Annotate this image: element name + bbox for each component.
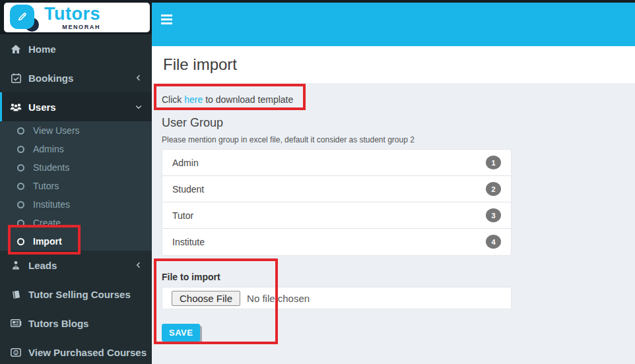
home-icon <box>9 44 22 54</box>
user-group-list: Admin 1 Student 2 Tutor 3 Institute 4 <box>162 149 512 256</box>
leads-icon <box>9 260 22 270</box>
group-name: Institute <box>172 237 205 247</box>
sidebar-subitem-admins[interactable]: Admins <box>0 140 152 158</box>
sidebar-item-label: Home <box>28 44 56 55</box>
list-item-institute: Institute 4 <box>162 229 511 255</box>
sidebar-subitem-label: Tutors <box>33 181 59 191</box>
sidebar-item-label: Bookings <box>28 73 73 84</box>
group-name: Tutor <box>172 210 193 221</box>
pencil-icon <box>10 5 34 29</box>
file-status-text: No file chosen <box>247 293 310 304</box>
sidebar-subitem-label: Students <box>33 162 69 173</box>
circle-icon <box>17 201 24 208</box>
sidebar-subitem-students[interactable]: Students <box>0 158 152 177</box>
brand-logo[interactable]: Tutors MENORAH <box>4 3 150 32</box>
sidebar-item-label: Tutor Selling Courses <box>28 289 131 300</box>
svg-text:1: 1 <box>15 350 17 354</box>
sidebar-item-label: Users <box>28 102 56 113</box>
circle-icon <box>17 183 24 190</box>
calendar-icon <box>9 73 22 83</box>
hint-text-pre: Click <box>162 94 184 105</box>
chevron-left-icon <box>135 74 143 82</box>
app-window: Tutors MENORAH Home <box>0 0 635 364</box>
newspaper-icon <box>9 318 22 328</box>
list-item-student: Student 2 <box>162 176 511 202</box>
group-name: Admin <box>172 158 199 168</box>
list-item-tutor: Tutor 3 <box>162 202 511 229</box>
sidebar-subitem-view-users[interactable]: View Users <box>0 121 152 140</box>
sidebar-item-label: Leads <box>28 260 57 271</box>
hamburger-menu-icon[interactable] <box>161 15 172 26</box>
sidebar-item-label: Tutors Blogs <box>28 318 88 329</box>
group-badge: 1 <box>486 156 501 169</box>
sidebar-item-tutors-blogs[interactable]: Tutors Blogs <box>0 309 152 338</box>
sidebar-item-leads[interactable]: Leads <box>0 251 152 280</box>
circle-icon <box>17 220 24 227</box>
sidebar-subitem-import[interactable]: Import <box>0 232 152 251</box>
download-template-hint: Click here to download template <box>162 94 625 105</box>
group-badge: 2 <box>486 182 501 196</box>
sidebar-subitem-label: Admins <box>33 144 64 154</box>
users-icon <box>9 102 22 112</box>
circle-icon <box>17 127 24 135</box>
main-area: File import Click here to download templ… <box>152 0 635 364</box>
sidebar-item-bookings[interactable]: Bookings <box>0 63 152 92</box>
circle-icon <box>17 164 24 171</box>
top-navbar <box>152 3 635 46</box>
sidebar: Tutors MENORAH Home <box>0 0 152 364</box>
file-to-import-label: File to import <box>162 272 625 282</box>
list-item-admin: Admin 1 <box>162 150 511 176</box>
sidebar-item-view-purchased-courses[interactable]: 1 View Purchased Courses <box>0 338 152 364</box>
download-template-link[interactable]: here <box>184 94 203 105</box>
book-icon <box>9 289 22 299</box>
group-badge: 4 <box>486 235 501 249</box>
page-content: Click here to download template User Gro… <box>152 83 635 364</box>
sidebar-subitem-label: Import <box>33 236 62 247</box>
top-border-strip <box>0 0 635 3</box>
circle-icon <box>17 238 24 245</box>
sidebar-subitem-label: Create <box>33 218 61 228</box>
group-badge: 3 <box>486 208 501 222</box>
sidebar-item-home[interactable]: Home <box>0 34 152 63</box>
file-input[interactable]: Choose File No file chosen <box>162 287 512 309</box>
sidebar-nav: Home Bookings <box>0 34 152 364</box>
chevron-down-icon <box>135 103 143 111</box>
page-header: File import <box>152 46 635 83</box>
users-submenu: View Users Admins Students Tutors Instit… <box>0 121 152 251</box>
user-group-title: User Group <box>162 116 625 130</box>
save-button[interactable]: SAVE <box>162 324 200 342</box>
sidebar-subitem-label: View Users <box>33 125 80 136</box>
sidebar-subitem-tutors[interactable]: Tutors <box>0 177 152 195</box>
brand-logo-mark <box>10 4 42 32</box>
purchased-courses-icon: 1 <box>9 348 22 357</box>
page-title: File import <box>152 55 237 74</box>
sidebar-subitem-label: Institutes <box>33 199 70 210</box>
circle-icon <box>17 146 24 153</box>
brand-subtitle: MENORAH <box>62 24 100 30</box>
sidebar-subitem-institutes[interactable]: Institutes <box>0 195 152 214</box>
hint-text-post: to download template <box>203 94 293 105</box>
sidebar-item-users[interactable]: Users <box>0 92 152 121</box>
sidebar-item-label: View Purchased Courses <box>28 347 147 358</box>
sidebar-item-tutor-selling-courses[interactable]: Tutor Selling Courses <box>0 280 152 309</box>
choose-file-button[interactable]: Choose File <box>172 291 240 306</box>
sidebar-subitem-create[interactable]: Create <box>0 214 152 232</box>
brand-text: Tutors MENORAH <box>44 5 100 30</box>
chevron-left-icon <box>135 261 143 269</box>
brand-name: Tutors <box>44 5 100 23</box>
logo-header: Tutors MENORAH <box>0 0 152 34</box>
group-name: Student <box>172 184 204 195</box>
user-group-hint: Please mention group in excel file, defa… <box>162 135 625 144</box>
